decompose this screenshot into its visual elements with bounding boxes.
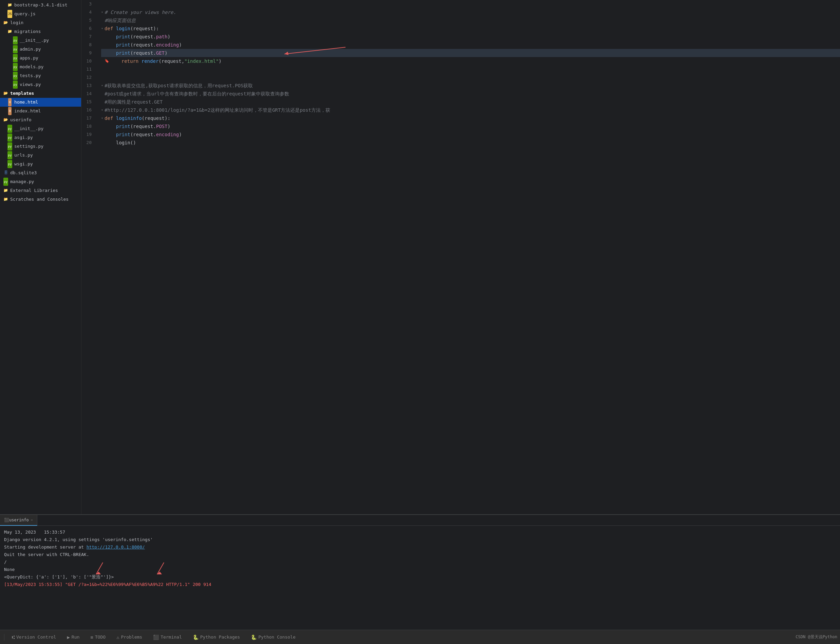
status-right-text: CSDN @景天说Python bbox=[796, 634, 837, 640]
py-icon: py bbox=[7, 152, 13, 158]
sidebar-label-login_apps: apps.py bbox=[20, 54, 38, 62]
sidebar-item-login_apps[interactable]: pyapps.py bbox=[0, 54, 81, 62]
sidebar-item-login_tests[interactable]: pytests.py bbox=[0, 71, 81, 80]
sidebar-label-manage: manage.py bbox=[10, 178, 34, 186]
terminal-tab-userinfo[interactable]: ⬛ userinfo ✕ bbox=[0, 515, 37, 526]
code-token bbox=[105, 49, 116, 57]
py-icon: py bbox=[12, 37, 18, 43]
folder-icon: 📂 bbox=[3, 90, 9, 97]
sidebar-item-templates[interactable]: 📂templates bbox=[0, 89, 81, 98]
sidebar-label-login_models: models.py bbox=[20, 63, 43, 71]
status-tab-python-packages[interactable]: 🐍Python Packages bbox=[188, 632, 245, 642]
line-number-12: 12 bbox=[82, 73, 94, 82]
status-bar: ⑆Version Control▶Run≡TODO⚠Problems⬛Termi… bbox=[0, 630, 840, 644]
sidebar-item-scratches[interactable]: 📁Scratches and Consoles bbox=[0, 195, 81, 204]
py-icon: py bbox=[12, 55, 18, 61]
sidebar-item-home_html[interactable]: Hhome.html bbox=[0, 98, 81, 107]
sidebar-label-userinfo_urls: urls.py bbox=[14, 151, 33, 159]
terminal-content: May 13, 2023 15:33:57Django version 4.2.… bbox=[0, 526, 840, 630]
html-icon: H bbox=[7, 108, 13, 114]
code-token: print bbox=[116, 41, 130, 49]
sidebar-item-userinfo_settings[interactable]: pysettings.py bbox=[0, 142, 81, 151]
status-tab-run[interactable]: ▶Run bbox=[62, 632, 84, 642]
sidebar-label-db: db.sqlite3 bbox=[10, 169, 37, 177]
line-number-19: 19 bbox=[82, 130, 94, 139]
sidebar-item-login[interactable]: 📂login bbox=[0, 18, 81, 27]
sidebar-item-manage[interactable]: pymanage.py bbox=[0, 177, 81, 186]
sidebar-item-ext_libs[interactable]: 📁External Libraries bbox=[0, 186, 81, 195]
code-token: (request, bbox=[159, 57, 184, 65]
sidebar-item-userinfo_asgi[interactable]: pyasgi.py bbox=[0, 133, 81, 142]
sidebar-item-userinfo_wsgi[interactable]: pywsgi.py bbox=[0, 159, 81, 168]
sidebar-item-login_init[interactable]: py__init__.py bbox=[0, 36, 81, 45]
sidebar-item-userinfo_urls[interactable]: pyurls.py bbox=[0, 151, 81, 159]
sidebar-item-userinfo[interactable]: 📂userinfo bbox=[0, 115, 81, 124]
code-line-5: #响应页面信息 bbox=[101, 16, 840, 25]
version-control-icon: ⑆ bbox=[12, 634, 15, 640]
code-token: #用的属性是request.GET bbox=[105, 98, 162, 106]
terminal-tab-label: userinfo bbox=[9, 518, 29, 522]
code-token: ) bbox=[179, 130, 182, 139]
py-icon: py bbox=[7, 143, 13, 150]
code-token: #获取表单提交信息,获取post请求获取的信息，用request.POS获取 bbox=[105, 82, 253, 90]
code-token bbox=[110, 57, 121, 65]
sidebar-item-queryjs[interactable]: JSquery.js bbox=[0, 10, 81, 18]
terminal-line: Django version 4.2.1, using settings 'us… bbox=[4, 536, 836, 544]
status-tab-version-control[interactable]: ⑆Version Control bbox=[7, 632, 61, 642]
status-tab-label-problems: Problems bbox=[121, 634, 142, 639]
status-tab-problems[interactable]: ⚠Problems bbox=[112, 632, 147, 642]
terminal-line: May 13, 2023 15:33:57 bbox=[4, 529, 836, 536]
sidebar-label-bootstrap: bootstrap-3.4.1-dist bbox=[14, 2, 67, 9]
code-token: (request): bbox=[142, 114, 170, 122]
terminal-link[interactable]: http://127.0.0.1:8000/ bbox=[87, 544, 145, 550]
code-line-11 bbox=[101, 65, 840, 73]
code-token: #post或get请求，当url中含有查询参数时，要在后台的request对象中… bbox=[105, 90, 289, 98]
code-token: POST bbox=[156, 122, 168, 130]
code-token: def bbox=[105, 114, 116, 122]
fold-indicator: ▾ bbox=[101, 25, 103, 33]
sidebar-item-login_models[interactable]: pymodels.py bbox=[0, 62, 81, 71]
code-token: return bbox=[121, 57, 141, 65]
problems-icon: ⚠ bbox=[116, 634, 119, 640]
todo-icon: ≡ bbox=[90, 634, 93, 640]
folder-icon: 📂 bbox=[3, 117, 9, 123]
terminal-line: [13/May/2023 15:53:55] "GET /?a=1&b=%22%… bbox=[4, 581, 836, 588]
terminal-tab-close[interactable]: ✕ bbox=[31, 518, 33, 522]
terminal-icon: ⬛ bbox=[153, 634, 159, 640]
status-tab-label-run: Run bbox=[72, 634, 79, 639]
code-token: logininfo bbox=[116, 114, 142, 122]
line-number-10: 10 bbox=[82, 57, 94, 65]
line-number-3: 3 bbox=[82, 0, 94, 8]
code-token: (request. bbox=[130, 49, 156, 57]
code-token bbox=[105, 33, 116, 41]
terminal-tab-icon: ⬛ bbox=[4, 518, 9, 522]
line-number-5: 5 bbox=[82, 16, 94, 25]
sidebar-item-bootstrap[interactable]: 📁bootstrap-3.4.1-dist bbox=[0, 1, 81, 10]
python-console-icon: 🐍 bbox=[251, 634, 257, 640]
sidebar-label-templates: templates bbox=[10, 90, 34, 97]
status-tab-python-console[interactable]: 🐍Python Console bbox=[246, 632, 300, 642]
line-number-17: 17 bbox=[82, 114, 94, 122]
code-token: ) bbox=[219, 57, 221, 65]
status-tab-label-terminal: Terminal bbox=[160, 634, 182, 639]
sidebar-item-index_html[interactable]: Hindex.html bbox=[0, 107, 81, 115]
sidebar-item-login_admin[interactable]: pyadmin.py bbox=[0, 45, 81, 54]
status-tab-todo[interactable]: ≡TODO bbox=[85, 632, 110, 642]
sidebar-item-migrations[interactable]: 📁migrations bbox=[0, 27, 81, 36]
sidebar-label-login_init: __init__.py bbox=[20, 37, 49, 44]
sidebar-item-login_views[interactable]: pyviews.py bbox=[0, 80, 81, 89]
sidebar-item-userinfo_init[interactable]: py__init__.py bbox=[0, 124, 81, 133]
code-line-13: ▾#获取表单提交信息,获取post请求获取的信息，用request.POS获取 bbox=[101, 82, 840, 90]
code-lines[interactable]: ▾# Create your views here.#响应页面信息▾def lo… bbox=[98, 0, 840, 514]
code-token: (request. bbox=[130, 33, 156, 41]
status-tab-terminal[interactable]: ⬛Terminal bbox=[148, 632, 187, 642]
code-line-19: print(request.encoding) bbox=[101, 130, 840, 139]
separator bbox=[4, 634, 5, 641]
status-tab-label-version-control: Version Control bbox=[16, 634, 56, 639]
sidebar-label-index_html: index.html bbox=[14, 107, 41, 115]
sidebar-item-db[interactable]: 🗄db.sqlite3 bbox=[0, 168, 81, 177]
sidebar-label-scratches: Scratches and Consoles bbox=[10, 196, 69, 203]
code-token: (request): bbox=[130, 25, 159, 33]
sidebar-label-login_admin: admin.py bbox=[20, 46, 41, 53]
line-number-9: 9 bbox=[82, 49, 94, 57]
